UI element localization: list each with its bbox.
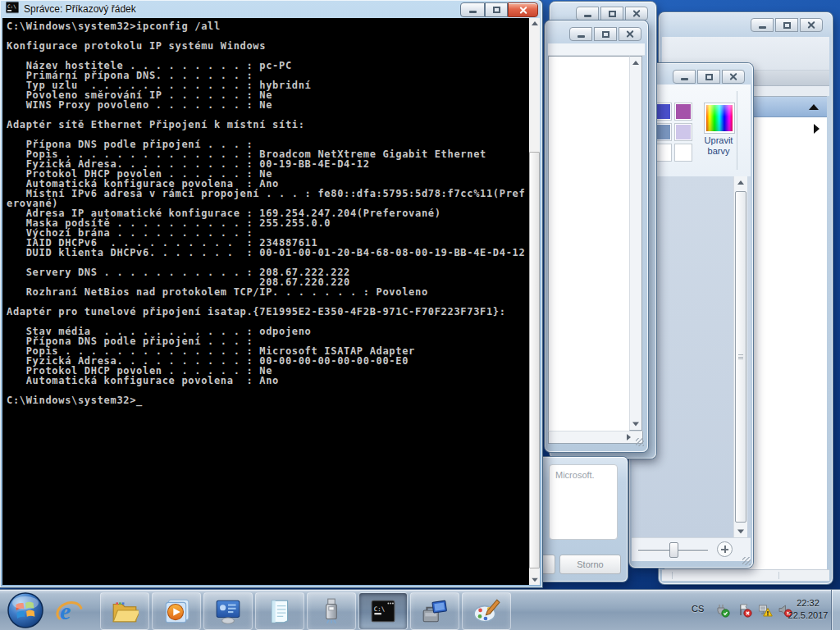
minimize-icon xyxy=(469,11,477,13)
paint-statusbar xyxy=(632,537,751,561)
color-swatch[interactable] xyxy=(654,123,672,141)
command-prompt-icon: C:\ xyxy=(369,597,397,625)
scroll-right-icon xyxy=(627,434,631,441)
console-line: Automatická konfigurace povolena : Ano xyxy=(7,376,525,386)
close-icon xyxy=(518,6,527,15)
dialog-body-text: Microsoft. xyxy=(555,470,595,480)
edit-colors-button[interactable]: Upravit barvy xyxy=(691,135,746,157)
svg-text:e: e xyxy=(60,597,71,624)
color-swatch[interactable] xyxy=(654,144,672,162)
close-icon xyxy=(729,72,738,81)
console[interactable]: C:\Windows\system32>ipconfig /allKonfigu… xyxy=(2,18,540,585)
close-button[interactable] xyxy=(508,2,538,17)
usb-device-icon xyxy=(317,597,345,625)
minimize-icon xyxy=(584,15,591,17)
color-swatch[interactable] xyxy=(674,144,692,162)
taskbar-button-usb-device[interactable] xyxy=(307,592,356,630)
horizontal-scrollbar[interactable] xyxy=(548,431,643,444)
maximize-icon xyxy=(609,11,616,17)
resize-grip[interactable] xyxy=(742,557,751,565)
taskbar-button-control-panel[interactable] xyxy=(203,592,253,630)
scroll-down-icon xyxy=(737,530,744,534)
paint-icon xyxy=(472,597,500,625)
restore-button[interactable] xyxy=(485,2,508,17)
close-button[interactable] xyxy=(800,18,823,32)
document-content[interactable] xyxy=(548,56,630,432)
console-line: DUID klienta DHCPv6. . . . . . . : 00-01… xyxy=(7,248,525,258)
color-swatch[interactable] xyxy=(674,123,692,141)
taskbar-button-paint[interactable] xyxy=(462,592,511,630)
scrollbar-thumb[interactable] xyxy=(529,152,540,568)
thumb-grip-icon xyxy=(738,354,743,359)
ribbon-separator xyxy=(737,91,737,170)
color-swatch[interactable] xyxy=(654,103,672,121)
minimize-button[interactable] xyxy=(569,27,592,41)
taskbar-button-computer[interactable] xyxy=(410,592,459,630)
scroll-down-icon xyxy=(632,422,639,427)
tray-time: 22:32 xyxy=(786,597,830,609)
console-line: Místní IPv6 adresa v rámci propojení . .… xyxy=(7,189,525,199)
notepad-icon xyxy=(266,597,294,625)
vertical-scrollbar[interactable] xyxy=(629,56,642,431)
maximize-button[interactable] xyxy=(594,27,617,41)
network-warning-icon[interactable] xyxy=(758,603,773,618)
minimize-icon xyxy=(578,35,585,38)
zoom-slider-thumb[interactable] xyxy=(669,542,678,558)
computer-icon xyxy=(421,597,449,625)
scroll-up-button[interactable] xyxy=(529,18,540,29)
zoom-in-button[interactable] xyxy=(717,541,733,557)
minimize-button[interactable] xyxy=(751,18,774,32)
taskbar-button-explorer[interactable] xyxy=(100,592,149,630)
scroll-up-icon xyxy=(737,180,744,185)
control-panel-icon xyxy=(214,597,242,625)
console-line: Adaptér sítě Ethernet Připojení k místní… xyxy=(7,120,525,130)
console-scrollbar[interactable] xyxy=(529,18,540,585)
scroll-down-button[interactable] xyxy=(734,526,747,537)
color-swatch[interactable] xyxy=(674,103,692,121)
minimize-button[interactable] xyxy=(460,2,485,17)
scroll-up-button[interactable] xyxy=(734,176,747,188)
cancel-button[interactable]: Storno xyxy=(559,555,621,574)
close-button[interactable] xyxy=(722,70,745,84)
vertical-scrollbar[interactable] xyxy=(733,176,747,537)
language-indicator[interactable]: CS xyxy=(692,604,704,614)
close-icon xyxy=(807,21,816,30)
close-button[interactable] xyxy=(625,7,648,21)
start-button[interactable] xyxy=(7,591,44,629)
window-title: Správce: Příkazový řádek xyxy=(24,3,136,15)
scrollbar-thumb[interactable] xyxy=(735,191,746,523)
taskbar: e xyxy=(0,589,840,630)
close-icon xyxy=(632,9,641,18)
console-line: C:\Windows\system32>ipconfig /all xyxy=(7,21,525,31)
minimize-icon xyxy=(681,78,688,80)
maximize-button[interactable] xyxy=(600,7,623,21)
resize-grip[interactable] xyxy=(636,438,644,446)
minimize-button[interactable] xyxy=(576,7,599,21)
command-prompt-icon: C:\ xyxy=(6,1,19,17)
taskbar-button-notepad[interactable] xyxy=(255,592,304,630)
scroll-up-icon[interactable] xyxy=(809,104,819,110)
command-prompt-window[interactable]: C:\ Správce: Příkazový řádek C:\Windows\… xyxy=(0,0,542,587)
internet-explorer-icon[interactable]: e xyxy=(51,594,87,627)
close-button[interactable] xyxy=(619,27,641,41)
maximize-button[interactable] xyxy=(697,70,720,84)
scroll-up-button[interactable] xyxy=(630,57,641,68)
taskbar-button-media-player[interactable] xyxy=(152,592,201,630)
action-center-flag-icon[interactable] xyxy=(737,603,752,618)
status-bar xyxy=(662,569,829,581)
tray-clock[interactable]: 22:32 22.5.2017 xyxy=(786,597,830,622)
scroll-down-button[interactable] xyxy=(529,574,540,585)
scroll-down-button[interactable] xyxy=(630,418,641,430)
minimize-button[interactable] xyxy=(673,70,696,84)
dialog-text-box: Microsoft. xyxy=(549,464,618,540)
show-desktop-button[interactable] xyxy=(831,590,840,630)
svg-text:C:\: C:\ xyxy=(374,605,385,613)
usb-safely-remove-icon[interactable] xyxy=(715,603,730,618)
dialog-window[interactable]: Microsoft. Storno xyxy=(537,457,628,582)
taskbar-button-command-prompt[interactable]: C:\ xyxy=(358,592,408,630)
scroll-right-button[interactable] xyxy=(627,431,631,443)
console-line: Konfigurace protokolu IP systému Windows xyxy=(7,41,525,51)
maximize-button[interactable] xyxy=(775,18,798,32)
edit-colors-icon[interactable] xyxy=(704,103,735,134)
background-window-2[interactable] xyxy=(545,21,648,452)
